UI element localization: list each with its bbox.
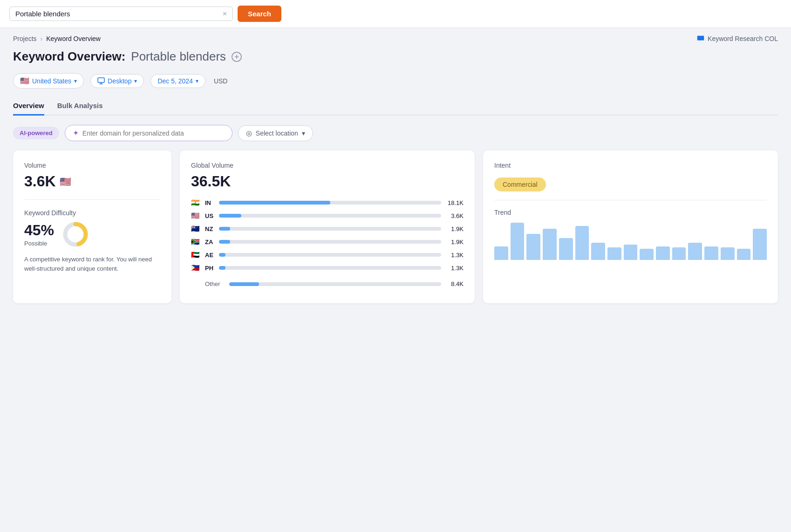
code-za: ZA bbox=[205, 239, 215, 246]
val-ph: 1.3K bbox=[445, 265, 464, 272]
intent-label: Intent bbox=[494, 162, 767, 169]
trend-bar bbox=[688, 243, 702, 260]
trend-bar bbox=[753, 229, 767, 260]
flag-in: 🇮🇳 bbox=[191, 198, 201, 207]
location-select-chevron-icon: ▾ bbox=[302, 130, 305, 137]
bar-bg-za bbox=[219, 240, 441, 244]
trend-bar bbox=[575, 226, 589, 260]
volume-flag: 🇺🇸 bbox=[60, 176, 71, 187]
location-chevron-icon: ▾ bbox=[74, 78, 77, 84]
kd-row: 45% Possible bbox=[24, 220, 160, 248]
trend-bar bbox=[640, 249, 654, 260]
global-volume-label: Global Volume bbox=[191, 162, 464, 169]
trend-bar bbox=[721, 247, 735, 260]
trend-bar bbox=[607, 247, 621, 260]
page-title-prefix: Keyword Overview: bbox=[13, 49, 125, 64]
kd-label: Keyword Difficulty bbox=[24, 209, 160, 217]
main-content: Projects › Keyword Overview Keyword Rese… bbox=[0, 28, 791, 532]
trend-bar bbox=[737, 249, 751, 260]
select-location-label: Select location bbox=[256, 130, 298, 137]
tab-bulk-analysis[interactable]: Bulk Analysis bbox=[57, 97, 103, 116]
bar-bg-in bbox=[219, 201, 441, 205]
code-in: IN bbox=[205, 199, 215, 206]
bar-fill-nz bbox=[219, 227, 230, 231]
val-other: 8.4K bbox=[445, 280, 464, 287]
val-ae: 1.3K bbox=[445, 252, 464, 259]
pin-icon: ◎ bbox=[246, 129, 252, 137]
code-ae: AE bbox=[205, 252, 215, 259]
bar-fill-other bbox=[229, 282, 259, 286]
search-bar: × Search bbox=[0, 0, 791, 28]
book-open-icon bbox=[696, 34, 705, 43]
kd-sublabel: Possible bbox=[24, 240, 54, 247]
add-keyword-button[interactable]: + bbox=[232, 52, 242, 62]
code-ph: PH bbox=[205, 265, 215, 272]
date-filter-button[interactable]: Dec 5, 2024 ▾ bbox=[150, 74, 205, 88]
trend-bar bbox=[494, 246, 508, 260]
bar-bg-ph bbox=[219, 266, 441, 270]
country-row-us: 🇺🇸 US 3.6K bbox=[191, 211, 464, 220]
svg-rect-0 bbox=[98, 78, 104, 82]
country-row-za: 🇿🇦 ZA 1.9K bbox=[191, 238, 464, 246]
trend-chart bbox=[494, 223, 767, 260]
location-filter-button[interactable]: 🇺🇸 United States ▾ bbox=[13, 73, 84, 89]
search-input-wrap: × bbox=[9, 7, 233, 21]
ai-powered-badge: AI-powered bbox=[13, 127, 59, 139]
ai-domain-row: AI-powered ✦ ◎ Select location ▾ bbox=[13, 125, 778, 141]
location-label: United States bbox=[32, 77, 71, 85]
code-us: US bbox=[205, 212, 215, 219]
bar-bg-us bbox=[219, 214, 441, 218]
flag-ae: 🇦🇪 bbox=[191, 251, 201, 259]
trend-bar bbox=[526, 234, 540, 260]
trend-bar bbox=[591, 243, 605, 260]
global-volume-value: 36.5K bbox=[191, 173, 464, 190]
domain-input[interactable] bbox=[82, 130, 225, 137]
trend-bar bbox=[559, 238, 573, 260]
volume-label: Volume bbox=[24, 162, 160, 169]
code-other: Other bbox=[205, 280, 225, 287]
device-filter-button[interactable]: Desktop ▾ bbox=[90, 74, 144, 88]
search-input[interactable] bbox=[15, 10, 219, 18]
date-chevron-icon: ▾ bbox=[196, 78, 198, 84]
trend-bar bbox=[624, 245, 638, 260]
bar-fill-in bbox=[219, 201, 330, 205]
flag-us: 🇺🇸 bbox=[191, 211, 201, 220]
breadcrumb-current: Keyword Overview bbox=[46, 35, 101, 42]
bar-bg-nz bbox=[219, 227, 441, 231]
code-nz: NZ bbox=[205, 225, 215, 232]
select-location-button[interactable]: ◎ Select location ▾ bbox=[238, 125, 313, 141]
bar-fill-za bbox=[219, 240, 230, 244]
kd-percent: 45% bbox=[24, 222, 54, 239]
bar-fill-ph bbox=[219, 266, 225, 270]
country-row-nz: 🇳🇿 NZ 1.9K bbox=[191, 225, 464, 233]
val-in: 18.1K bbox=[445, 199, 464, 206]
country-row-ph: 🇵🇭 PH 1.3K bbox=[191, 264, 464, 272]
volume-value: 3.6K 🇺🇸 bbox=[24, 173, 160, 190]
kw-research-col-label: Keyword Research COL bbox=[708, 35, 778, 42]
breadcrumb-projects[interactable]: Projects bbox=[13, 35, 37, 42]
search-button[interactable]: Search bbox=[238, 6, 281, 22]
trend-bar bbox=[511, 223, 525, 260]
val-us: 3.6K bbox=[445, 212, 464, 219]
country-row-ae: 🇦🇪 AE 1.3K bbox=[191, 251, 464, 259]
kd-section: Keyword Difficulty 45% Possible A compet… bbox=[24, 209, 160, 273]
domain-input-wrap: ✦ bbox=[65, 125, 232, 141]
bar-bg-other bbox=[229, 282, 441, 286]
flag-za: 🇿🇦 bbox=[191, 238, 201, 246]
intent-trend-divider bbox=[494, 200, 767, 200]
bar-fill-us bbox=[219, 214, 241, 218]
kw-research-col-link[interactable]: Keyword Research COL bbox=[696, 34, 778, 43]
currency-label: USD bbox=[212, 77, 230, 85]
location-flag: 🇺🇸 bbox=[20, 76, 29, 85]
clear-icon[interactable]: × bbox=[223, 10, 227, 18]
val-za: 1.9K bbox=[445, 239, 464, 246]
cards-row: Volume 3.6K 🇺🇸 Keyword Difficulty 45% Po… bbox=[13, 150, 778, 303]
trend-bar bbox=[656, 246, 670, 260]
page-title: Keyword Overview: Portable blenders + bbox=[13, 47, 778, 70]
card-divider bbox=[24, 199, 160, 200]
flag-ph: 🇵🇭 bbox=[191, 264, 201, 272]
breadcrumb: Projects › Keyword Overview Keyword Rese… bbox=[13, 28, 778, 47]
tabs-row: Overview Bulk Analysis bbox=[13, 97, 778, 116]
tab-overview[interactable]: Overview bbox=[13, 97, 44, 116]
kd-donut-chart bbox=[61, 220, 89, 248]
